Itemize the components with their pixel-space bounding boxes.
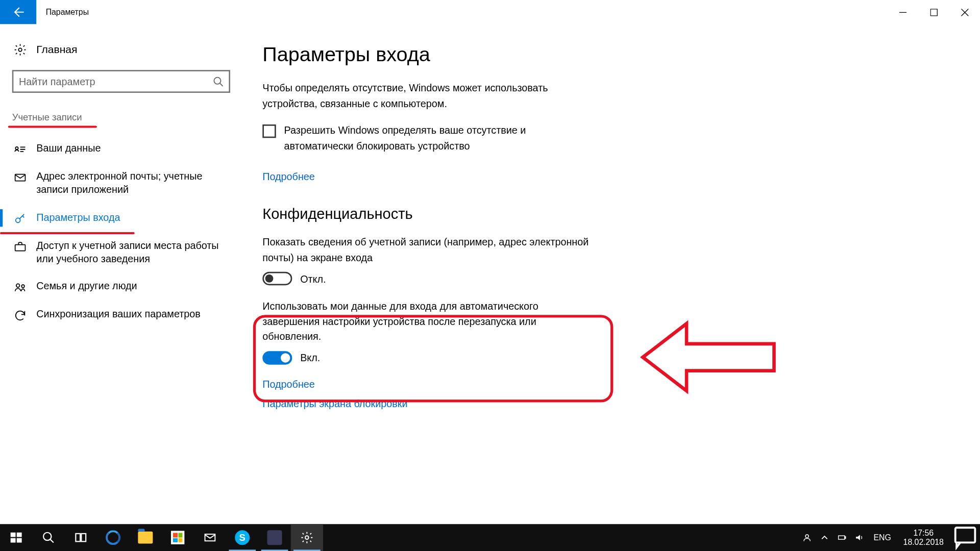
task-view-button[interactable]	[65, 524, 97, 551]
svg-rect-29	[955, 528, 975, 542]
key-icon	[13, 212, 27, 225]
tray-time: 17:56	[903, 528, 944, 538]
privacy-heading: Конфиденциальность	[262, 205, 953, 222]
sidebar-section-label: Учетные записи	[0, 106, 95, 127]
svg-point-15	[21, 285, 24, 287]
titlebar: Параметры	[0, 0, 980, 24]
sidebar-item-family[interactable]: Семья и другие люди	[0, 272, 242, 300]
page-heading: Параметры входа	[262, 43, 953, 66]
sidebar-item-label: Доступ к учетной записи места работы или…	[36, 238, 229, 265]
tray-volume-icon[interactable]	[851, 532, 868, 543]
sidebar-item-sync[interactable]: Синхронизация ваших параметров	[0, 300, 242, 329]
svg-rect-11	[15, 174, 26, 181]
svg-rect-19	[17, 538, 22, 543]
sidebar: Главная Учетные записи Ваши данные	[0, 24, 242, 524]
toggle-use-signin-info[interactable]	[262, 351, 292, 364]
svg-point-4	[18, 48, 22, 52]
svg-line-6	[220, 84, 223, 86]
gear-icon	[13, 43, 27, 56]
search-box[interactable]	[12, 70, 230, 93]
sidebar-item-label: Параметры входа	[36, 210, 120, 224]
sidebar-item-label: Ваши данные	[36, 141, 101, 155]
sidebar-item-label: Синхронизация ваших параметров	[36, 308, 201, 321]
annotation-underline	[8, 126, 97, 128]
svg-rect-17	[17, 533, 22, 537]
checkbox-label: Разрешить Windows определять ваше отсутс…	[284, 123, 592, 153]
home-label: Главная	[36, 44, 77, 56]
tray-clock[interactable]: 17:56 18.02.2018	[896, 528, 950, 547]
lockscreen-settings-link[interactable]: Параметры экрана блокировки	[262, 397, 953, 409]
taskbar-app-generic[interactable]	[258, 524, 290, 551]
sync-icon	[13, 309, 27, 322]
sidebar-item-email[interactable]: Адрес электронной почты; учетные записи …	[0, 163, 242, 204]
svg-point-12	[16, 218, 20, 222]
svg-point-26	[805, 535, 808, 538]
absence-checkbox-row[interactable]: Разрешить Windows определять ваше отсутс…	[262, 123, 592, 153]
svg-point-5	[214, 78, 220, 84]
window-title: Параметры	[36, 0, 98, 24]
svg-rect-1	[930, 9, 937, 15]
svg-point-7	[15, 147, 18, 149]
close-button[interactable]	[949, 0, 980, 24]
svg-line-21	[50, 539, 54, 543]
search-icon	[213, 76, 224, 87]
svg-point-25	[305, 536, 309, 539]
svg-rect-28	[845, 537, 846, 539]
svg-rect-27	[839, 536, 845, 539]
people-icon	[13, 281, 27, 294]
taskbar-app-explorer[interactable]	[129, 524, 161, 551]
privacy-setting1-label: Показать сведения об учетной записи (нап…	[262, 235, 592, 265]
briefcase-icon	[13, 240, 27, 253]
taskbar-app-settings[interactable]	[291, 524, 323, 551]
svg-rect-23	[81, 534, 86, 541]
absence-description: Чтобы определять отсутствие, Windows мож…	[262, 81, 592, 111]
minimize-button[interactable]	[887, 0, 918, 24]
taskbar-app-skype[interactable]: S	[226, 524, 258, 551]
maximize-button[interactable]	[918, 0, 949, 24]
home-button[interactable]: Главная	[0, 39, 242, 66]
taskbar-app-mail[interactable]	[194, 524, 226, 551]
svg-rect-13	[15, 244, 26, 251]
taskbar: S ENG 17:56 18.02.2018	[0, 524, 980, 551]
learn-more-link-2[interactable]: Подробнее	[262, 378, 953, 389]
tray-notifications-icon[interactable]	[950, 523, 980, 551]
main-content: Параметры входа Чтобы определять отсутст…	[242, 24, 980, 524]
search-button[interactable]	[32, 524, 64, 551]
sidebar-item-signin-options[interactable]: Параметры входа	[0, 204, 242, 232]
privacy-setting2-label: Использовать мои данные для входа для ав…	[262, 299, 592, 344]
tray-chevron-up-icon[interactable]	[816, 532, 833, 543]
sidebar-item-work-access[interactable]: Доступ к учетной записи места работы или…	[0, 232, 242, 272]
search-input[interactable]	[19, 76, 213, 87]
tray-battery-icon[interactable]	[833, 532, 850, 543]
sidebar-item-your-info[interactable]: Ваши данные	[0, 135, 242, 163]
svg-point-14	[16, 284, 20, 287]
svg-rect-18	[11, 538, 16, 543]
learn-more-link[interactable]: Подробнее	[262, 171, 953, 182]
tray-date: 18.02.2018	[903, 538, 944, 547]
toggle-state-label: Вкл.	[300, 352, 320, 363]
person-card-icon	[13, 143, 27, 156]
svg-rect-16	[11, 533, 16, 537]
sidebar-item-label: Адрес электронной почты; учетные записи …	[36, 169, 229, 196]
toggle-state-label: Откл.	[300, 273, 326, 284]
tray-people-icon[interactable]	[798, 532, 816, 543]
svg-rect-22	[76, 534, 80, 541]
sidebar-item-label: Семья и другие люди	[36, 279, 137, 293]
checkbox-icon[interactable]	[262, 124, 276, 138]
taskbar-app-edge[interactable]	[97, 524, 129, 551]
toggle-show-account-info[interactable]	[262, 272, 292, 285]
tray-language[interactable]: ENG	[868, 533, 896, 542]
taskbar-app-store[interactable]	[161, 524, 193, 551]
svg-point-20	[43, 533, 51, 540]
start-button[interactable]	[0, 524, 32, 551]
back-button[interactable]	[0, 0, 36, 24]
mail-icon	[13, 171, 27, 184]
